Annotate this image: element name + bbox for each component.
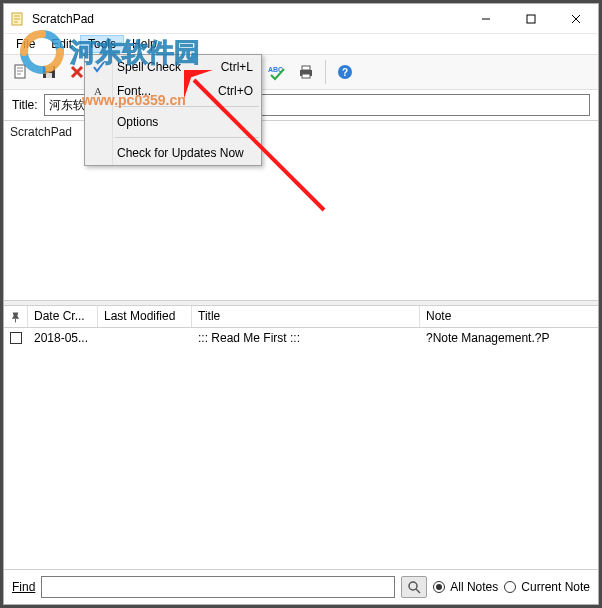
find-bar: Find All Notes Current Note (4, 570, 598, 604)
font-icon: A (90, 82, 108, 100)
menu-edit[interactable]: Edit (43, 35, 80, 53)
title-label: Title: (12, 98, 38, 112)
svg-text:?: ? (342, 67, 348, 78)
help-button[interactable]: ? (332, 59, 358, 85)
check-icon (90, 58, 108, 76)
spellcheck-button[interactable]: ABC (265, 59, 291, 85)
col-note[interactable]: Note (420, 306, 598, 327)
table-row[interactable]: 2018-05... ::: Read Me First ::: ?Note M… (4, 328, 598, 348)
menu-spell-check[interactable]: Spell Check Ctrl+L (85, 55, 261, 79)
col-pin[interactable] (4, 306, 28, 327)
cell-date: 2018-05... (28, 331, 98, 345)
col-modified[interactable]: Last Modified (98, 306, 192, 327)
menu-tools[interactable]: Tools (80, 35, 124, 53)
find-label: Find (12, 580, 35, 594)
print-button[interactable] (293, 59, 319, 85)
titlebar: ScratchPad (4, 4, 598, 34)
svg-rect-2 (527, 15, 535, 23)
menu-help[interactable]: Help (124, 35, 165, 53)
menu-font[interactable]: A Font... Ctrl+O (85, 79, 261, 103)
col-date[interactable]: Date Cr... (28, 306, 98, 327)
new-note-button[interactable] (8, 59, 34, 85)
svg-rect-21 (302, 66, 310, 70)
svg-point-26 (409, 582, 417, 590)
find-button[interactable] (401, 576, 427, 598)
svg-rect-8 (46, 73, 52, 78)
grid-header: Date Cr... Last Modified Title Note (4, 306, 598, 328)
tools-dropdown: Spell Check Ctrl+L A Font... Ctrl+O Opti… (84, 54, 262, 166)
note-list: Date Cr... Last Modified Title Note 2018… (4, 306, 598, 570)
maximize-button[interactable] (508, 4, 553, 34)
cell-title: ::: Read Me First ::: (192, 331, 420, 345)
menu-check-updates[interactable]: Check for Updates Now (85, 141, 261, 165)
svg-rect-7 (45, 66, 53, 71)
svg-rect-22 (302, 74, 310, 78)
window-title: ScratchPad (32, 12, 463, 26)
radio-current-note[interactable]: Current Note (504, 580, 590, 594)
row-checkbox[interactable] (10, 332, 22, 344)
cell-note: ?Note Management.?P (420, 331, 598, 345)
col-title[interactable]: Title (192, 306, 420, 327)
grid-body: 2018-05... ::: Read Me First ::: ?Note M… (4, 328, 598, 569)
find-input[interactable] (41, 576, 395, 598)
menubar: File Edit Tools Help (4, 34, 598, 54)
radio-all-notes[interactable]: All Notes (433, 580, 498, 594)
save-button[interactable] (36, 59, 62, 85)
svg-line-27 (416, 589, 420, 593)
app-window: ScratchPad File Edit Tools Help ABC ? Ti… (4, 4, 598, 604)
svg-text:A: A (94, 85, 102, 97)
menu-file[interactable]: File (8, 35, 43, 53)
close-button[interactable] (553, 4, 598, 34)
editor-text: ScratchPad (10, 125, 72, 139)
menu-options[interactable]: Options (85, 110, 261, 134)
app-icon (10, 11, 26, 27)
minimize-button[interactable] (463, 4, 508, 34)
